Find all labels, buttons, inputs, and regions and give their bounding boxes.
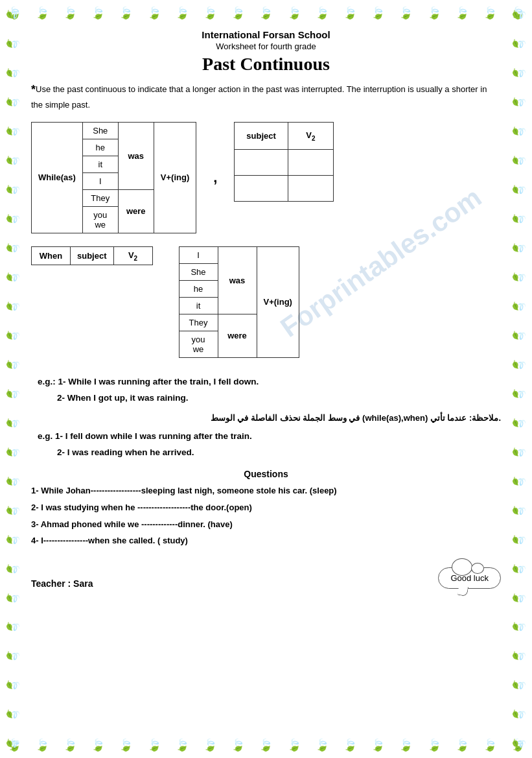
leaf-icon: 🍃	[175, 738, 189, 752]
leaf-icon: 🍃	[231, 6, 245, 20]
leaf-icon: 🍃	[512, 65, 526, 80]
leaf-icon: 🍃	[512, 445, 526, 459]
leaf-icon: 🍃	[427, 6, 441, 20]
eg-label: e.g.:	[38, 377, 56, 386]
leaf-icon: 🍃	[119, 6, 133, 20]
leaf-icon: 🍃	[6, 124, 20, 138]
pronoun-i: I	[82, 172, 118, 189]
leaf-icon: 🍃	[455, 738, 469, 752]
leaf-icon: 🍃	[483, 6, 497, 20]
border-top: 🍃 🍃 🍃 🍃 🍃 🍃 🍃 🍃 🍃 🍃 🍃 🍃 🍃 🍃 🍃 🍃 🍃 🍃 🍃	[0, 0, 532, 26]
leaf-icon: 🍃	[7, 6, 21, 20]
leaf-icon: 🍃	[175, 6, 189, 20]
was-cell: was	[118, 122, 154, 189]
leaf-icon: 🍃	[203, 6, 217, 20]
leaf-icon: 🍃	[7, 738, 21, 752]
leaf-icon: 🍃	[512, 299, 526, 313]
leaf-icon: 🍃	[427, 738, 441, 752]
leaf-icon: 🍃	[512, 707, 526, 721]
leaf-icon: 🍃	[512, 591, 526, 605]
good-luck-text: Good luck	[450, 573, 489, 583]
leaf-icon: 🍃	[512, 357, 526, 372]
leaf-icon: 🍃	[399, 738, 413, 752]
pronoun-he: he	[82, 139, 118, 156]
leaf-icon: 🍃	[6, 619, 20, 634]
good-luck-cloud: Good luck	[438, 567, 501, 589]
leaf-icon: 🍃	[512, 386, 526, 401]
v2-empty2	[288, 176, 333, 202]
leaf-icon: 🍃	[63, 738, 77, 752]
arabic-note: .ملاحظة: عندما تأتي (while(as),when) في …	[31, 413, 501, 423]
were-right: were	[218, 314, 257, 357]
leaf-icon: 🍃	[512, 36, 526, 51]
when-table: When subject V2	[31, 246, 153, 266]
leaf-icon: 🍃	[6, 416, 20, 430]
leaf-icon: 🍃	[6, 591, 20, 605]
pronoun-you-we-right: youwe	[179, 331, 218, 357]
page-title: Past Continuous	[31, 54, 501, 75]
subject-cell: subject	[235, 122, 288, 150]
v-ing-cell: V+(ing)	[154, 122, 196, 233]
border-right: 🍃 🍃 🍃 🍃 🍃 🍃 🍃 🍃 🍃 🍃 🍃 🍃 🍃 🍃 🍃 🍃 🍃 🍃 🍃 🍃 …	[506, 0, 532, 758]
leaf-icon: 🍃	[63, 6, 77, 20]
leaf-icon: 🍃	[259, 738, 273, 752]
first-tables-row: While(as) She was V+(ing) he it I They w…	[31, 122, 501, 233]
cloud-tail	[457, 586, 468, 597]
leaf-icon: 🍃	[6, 678, 20, 692]
leaf-icon: 🍃	[147, 6, 161, 20]
leaf-icon: 🍃	[6, 328, 20, 342]
leaf-icon: 🍃	[6, 445, 20, 459]
subject-empty2	[235, 176, 288, 202]
example-2: 2- When I got up, it was raining.	[57, 390, 501, 407]
pronoun-she: She	[82, 122, 118, 139]
leaf-icon: 🍃	[6, 182, 20, 196]
v-ing-right: V+(ing)	[257, 246, 299, 357]
leaf-icon: 🍃	[512, 182, 526, 196]
question-2: 2- I was studying when he --------------…	[31, 501, 501, 515]
leaf-icon: 🍃	[6, 36, 20, 51]
intro-text: Use the past continuous to indicate that…	[31, 84, 487, 110]
v2-empty	[288, 150, 333, 176]
leaf-icon: 🍃	[511, 738, 525, 752]
leaf-icon: 🍃	[6, 532, 20, 547]
eg3-2-text: 2- I was reading when he arrived.	[57, 447, 194, 457]
leaf-icon: 🍃	[483, 738, 497, 752]
leaf-icon: 🍃	[371, 6, 385, 20]
questions-title: Questions	[31, 469, 501, 479]
leaf-icon: 🍃	[512, 503, 526, 517]
leaf-icon: 🍃	[512, 328, 526, 342]
leaf-icon: 🍃	[512, 153, 526, 167]
pronoun-she-right: She	[179, 263, 218, 280]
question-3: 3- Ahmad phoned while we -------------di…	[31, 518, 501, 532]
leaf-icon: 🍃	[231, 738, 245, 752]
while-label: While(as)	[32, 122, 83, 233]
leaf-icon: 🍃	[399, 6, 413, 20]
leaf-icon: 🍃	[512, 532, 526, 547]
leaf-icon: 🍃	[512, 678, 526, 692]
pronoun-it-right: it	[179, 297, 218, 314]
leaf-icon: 🍃	[6, 648, 20, 663]
was-were-table: I was V+(ing) She he it They were youwe	[179, 246, 299, 358]
leaf-icon: 🍃	[6, 503, 20, 517]
leaf-icon: 🍃	[147, 738, 161, 752]
good-luck-container: Good luck	[438, 567, 501, 589]
eg3-line2: 2- I was reading when he arrived.	[57, 444, 501, 461]
school-name: International Forsan School	[31, 29, 501, 40]
pronoun-it: it	[82, 156, 118, 172]
leaf-icon: 🍃	[91, 738, 105, 752]
leaf-icon: 🍃	[35, 738, 49, 752]
leaf-icon: 🍃	[6, 299, 20, 313]
leaf-icon: 🍃	[6, 153, 20, 167]
pronoun-they: They	[82, 189, 118, 206]
pronoun-he-right: he	[179, 280, 218, 297]
leaf-icon: 🍃	[35, 6, 49, 20]
when-label: When	[32, 246, 71, 265]
leaf-icon: 🍃	[119, 738, 133, 752]
border-bottom: 🍃 🍃 🍃 🍃 🍃 🍃 🍃 🍃 🍃 🍃 🍃 🍃 🍃 🍃 🍃 🍃 🍃 🍃 🍃	[0, 732, 532, 758]
leaf-icon: 🍃	[6, 65, 20, 80]
footer: Teacher : Sara Good luck	[31, 567, 501, 589]
leaf-icon: 🍃	[315, 6, 329, 20]
intro-paragraph: *Use the past continuous to indicate tha…	[31, 81, 501, 112]
eg3-line1: e.g. 1- I fell down while I was running …	[38, 428, 501, 445]
were-cell: were	[118, 189, 154, 233]
